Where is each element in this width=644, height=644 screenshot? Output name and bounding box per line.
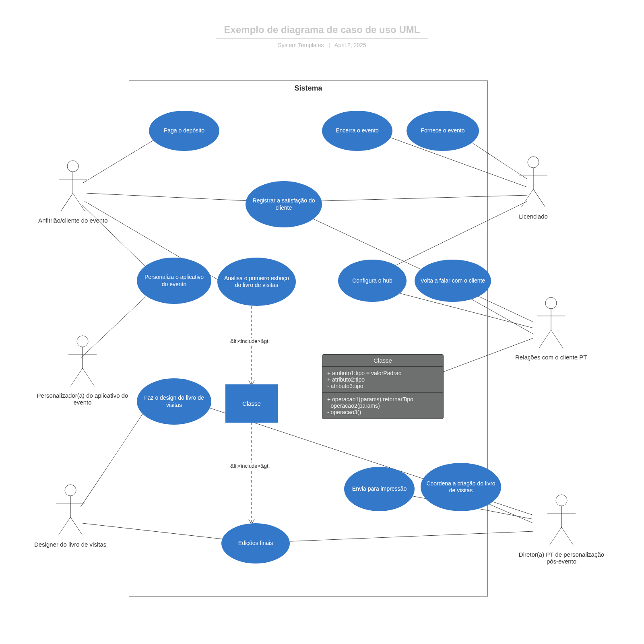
svg-line-25	[73, 193, 85, 211]
subtitle-author: System Templates	[278, 42, 324, 48]
usecase-label: Registrar a satisfação do cliente	[250, 197, 318, 211]
system-title: Sistema	[129, 84, 487, 93]
svg-line-40	[533, 189, 545, 207]
class-op: - operacao3()	[327, 409, 438, 415]
class-op: + operacao1(params):retornarTipo	[327, 396, 438, 402]
svg-line-35	[70, 517, 83, 535]
usecase-config-hub[interactable]: Configura o hub	[338, 260, 407, 302]
svg-line-45	[551, 330, 563, 348]
usecase-label: Personaliza o aplicativo do evento	[141, 274, 207, 288]
include-label: &lt;<include>&gt;	[229, 463, 270, 469]
usecase-label: Configura o hub	[352, 277, 392, 285]
class-details[interactable]: Classe + atributo1:tipo = valorPadrao + …	[322, 354, 444, 419]
actor-pt-dir[interactable]: Diretor(a) PT de personalização pós-even…	[515, 493, 608, 565]
actor-icon	[64, 334, 101, 390]
class-block[interactable]: Classe	[225, 384, 278, 423]
svg-point-31	[65, 485, 76, 496]
svg-line-34	[58, 517, 70, 535]
usecase-label: Faz o design do livro de visitas	[141, 394, 207, 409]
actor-customizer[interactable]: Personalizador(a) do aplicativo do event…	[36, 334, 129, 406]
usecase-close-event[interactable]: Encerra o evento	[322, 111, 392, 151]
svg-point-46	[556, 495, 567, 506]
usecase-label: Coordena a criação do livro de visitas	[425, 480, 497, 494]
actor-icon	[55, 159, 91, 215]
usecase-label: Paga o depósito	[164, 127, 204, 134]
svg-line-24	[61, 193, 73, 211]
usecase-provide-event[interactable]: Fornece o evento	[407, 111, 479, 151]
svg-line-29	[70, 368, 83, 386]
usecase-label: Envia para impressão	[352, 485, 407, 493]
svg-line-39	[521, 189, 533, 207]
actor-icon	[52, 483, 89, 539]
svg-point-26	[77, 336, 88, 347]
usecase-deposit[interactable]: Paga o depósito	[149, 111, 219, 151]
actor-label: Diretor(a) PT de personalização pós-even…	[515, 551, 608, 565]
diagram-title: Exemplo de diagrama de caso de uso UML	[216, 24, 428, 39]
usecase-reg-sat[interactable]: Registrar a satisfação do cliente	[246, 181, 322, 227]
class-attr: + atributo1:tipo = valorPadrao	[327, 370, 438, 376]
usecase-pers-app[interactable]: Personaliza o aplicativo do evento	[137, 258, 211, 304]
actor-icon	[533, 296, 569, 352]
usecase-send-print[interactable]: Envia para impressão	[344, 467, 415, 511]
actor-label: Designer do livro de visitas	[34, 541, 106, 548]
usecase-coord-gb[interactable]: Coordena a criação do livro de visitas	[421, 463, 501, 511]
actor-icon	[543, 493, 580, 549]
subtitle-date: April 2, 2025	[334, 42, 366, 48]
system-boundary: Sistema	[129, 80, 488, 597]
usecase-review-gb[interactable]: Analisa o primeiro esboço do livro de vi…	[217, 258, 296, 306]
actor-label: Personalizador(a) do aplicativo do event…	[36, 392, 129, 406]
class-block-label: Classe	[242, 400, 261, 407]
actor-gb-designer[interactable]: Designer do livro de visitas	[34, 483, 106, 548]
svg-line-50	[561, 527, 574, 545]
actor-cr-pt[interactable]: Relações com o cliente PT	[515, 296, 587, 361]
actor-host[interactable]: Anfitrião/cliente do evento	[38, 159, 108, 224]
svg-line-30	[83, 368, 95, 386]
svg-point-36	[528, 157, 539, 168]
svg-point-41	[545, 297, 557, 309]
actor-label: Licenciado	[515, 213, 551, 220]
subtitle-sep: |	[328, 42, 330, 48]
actor-label: Relações com o cliente PT	[515, 354, 587, 361]
usecase-label: Encerra o evento	[336, 127, 379, 134]
usecase-follow-up[interactable]: Volta a falar com o cliente	[415, 260, 491, 302]
class-name: Classe	[322, 355, 443, 367]
class-ops: + operacao1(params):retornarTipo - opera…	[322, 393, 443, 419]
actor-icon	[515, 155, 551, 211]
class-attrs: + atributo1:tipo = valorPadrao + atribut…	[322, 367, 443, 393]
svg-line-49	[549, 527, 561, 545]
class-attr: + atributo2:tipo	[327, 376, 438, 383]
svg-line-44	[539, 330, 551, 348]
include-label: &lt;<include>&gt;	[229, 338, 270, 344]
class-op: - operacao2(params)	[327, 402, 438, 409]
actor-label: Anfitrião/cliente do evento	[38, 217, 108, 224]
usecase-final-edits[interactable]: Edições finais	[221, 523, 290, 564]
usecase-label: Analisa o primeiro esboço do livro de vi…	[221, 275, 292, 289]
svg-point-21	[67, 161, 78, 172]
actor-licensee[interactable]: Licenciado	[515, 155, 551, 220]
usecase-label: Edições finais	[238, 540, 273, 547]
usecase-design-gb[interactable]: Faz o design do livro de visitas	[137, 378, 211, 425]
usecase-label: Volta a falar com o cliente	[421, 277, 485, 285]
usecase-label: Fornece o evento	[421, 127, 465, 134]
class-attr: - atributo3:tipo	[327, 383, 438, 389]
